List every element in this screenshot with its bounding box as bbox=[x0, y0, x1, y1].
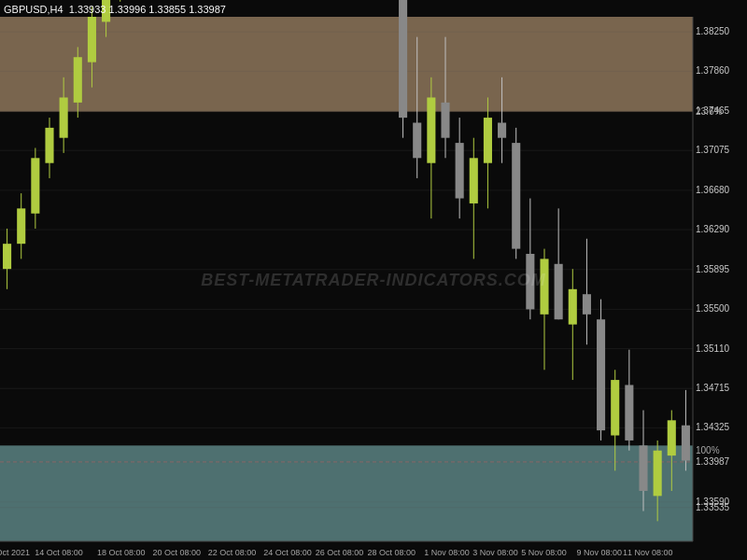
chart-container: GBPUSD,H4 1.33933 1.33996 1.33855 1.3398… bbox=[0, 0, 747, 560]
price-chart bbox=[0, 0, 747, 560]
